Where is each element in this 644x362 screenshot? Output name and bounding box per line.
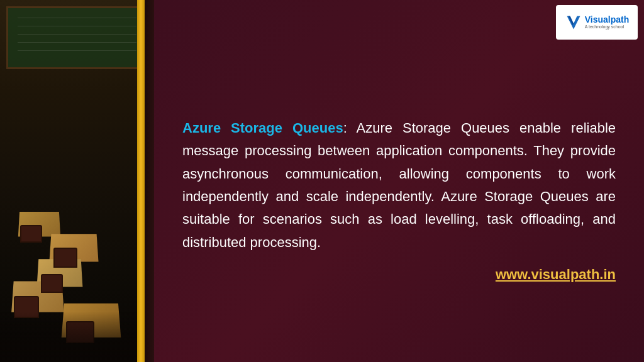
svg-marker-0 <box>567 16 580 29</box>
main-content-area: Azure Storage Queues: Azure Storage Queu… <box>182 53 616 346</box>
brand-tagline: A technology school <box>585 25 630 30</box>
floor-decoration <box>0 312 154 362</box>
content-title: Azure Storage Queues <box>182 120 343 136</box>
chalkboard-decoration <box>6 6 148 69</box>
chair-decoration <box>53 248 77 268</box>
yellow-divider <box>137 0 145 362</box>
body-text: Azure Storage Queues enable reliable mes… <box>182 120 616 250</box>
body-paragraph: Azure Storage Queues: Azure Storage Queu… <box>182 117 616 254</box>
visualpath-logo-icon <box>565 14 582 31</box>
logo-text: Visualpath A technology school <box>585 15 630 30</box>
left-image-panel <box>0 0 154 362</box>
website-link[interactable]: www.visualpath.in <box>182 266 616 283</box>
logo-container: Visualpath A technology school <box>556 5 638 40</box>
chair-decoration <box>41 274 63 293</box>
brand-name: Visualpath <box>585 15 630 25</box>
content-panel: Visualpath A technology school Azure Sto… <box>154 0 644 362</box>
chair-decoration <box>20 225 42 243</box>
dark-divider <box>145 0 154 362</box>
